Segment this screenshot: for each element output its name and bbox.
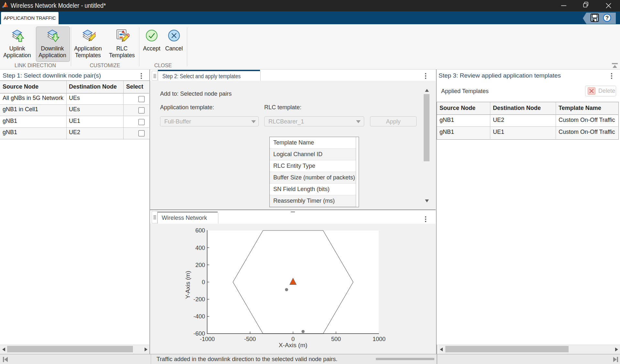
svg-text:?: ?: [605, 15, 609, 21]
